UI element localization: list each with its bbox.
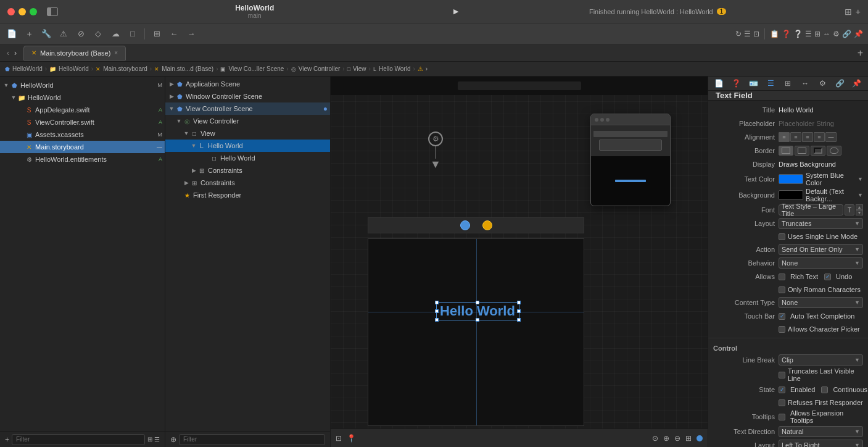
border-none-btn[interactable]	[779, 146, 793, 156]
behavior-select[interactable]: None ▼	[779, 257, 863, 269]
comment-icon[interactable]: ☁	[109, 27, 122, 41]
align-justified-button[interactable]: ≡	[814, 132, 825, 142]
breadcrumb-helloworld-1[interactable]: ⬟ HelloWorld	[5, 65, 43, 72]
vc-canvas[interactable]: Hello World	[368, 238, 584, 426]
fix-icon[interactable]: 🔧	[39, 27, 53, 41]
quick-help-icon[interactable]: ❓	[730, 77, 743, 90]
window-controller-scene-item[interactable]: ▶ ⬟ Window Controller Scene	[165, 90, 330, 102]
zoom-in-icon[interactable]: ⊕	[663, 434, 669, 443]
hello-world-textfield[interactable]: Hello World	[436, 302, 519, 320]
layout2-select[interactable]: Left To Right ▼	[779, 440, 863, 447]
bindings-inspector-icon[interactable]: ⚙	[816, 77, 829, 90]
list-icon[interactable]: ☰	[744, 30, 751, 38]
breadcrumb-hello-world[interactable]: L Hello World	[373, 65, 411, 72]
zoom-out-icon[interactable]: ⊖	[674, 434, 680, 443]
close-tab-button[interactable]: ×	[114, 49, 118, 56]
add-tab-icon[interactable]: +	[856, 7, 861, 17]
char-picker-checkbox[interactable]	[779, 326, 785, 333]
size-inspector-icon[interactable]: ⊞	[781, 77, 795, 90]
scene-toggle-icon[interactable]: ⊡	[336, 434, 342, 443]
view-item[interactable]: ▼ □ View	[165, 127, 330, 140]
resize-handle-tl[interactable]	[435, 301, 439, 304]
close-button[interactable]	[7, 8, 15, 15]
layout-select[interactable]: Truncates ▼	[779, 218, 863, 229]
single-line-checkbox[interactable]	[779, 233, 785, 240]
identity-inspector-icon[interactable]: 🪪	[747, 77, 761, 90]
inspector-4-icon[interactable]: ☰	[805, 30, 812, 38]
font-size-stepper[interactable]: ▲ ▼	[856, 204, 863, 215]
auto-layout-icon[interactable]: 📌	[850, 77, 864, 90]
border-round-btn[interactable]	[827, 146, 841, 156]
text-color-dropdown[interactable]: ▼	[858, 176, 863, 182]
pin-icon[interactable]: 📍	[347, 434, 356, 443]
zoom-fit-icon[interactable]: ⊙	[652, 434, 658, 443]
forward-icon[interactable]: →	[184, 27, 198, 41]
rich-text-checkbox[interactable]	[779, 274, 785, 280]
inspector-3-icon[interactable]: ❔	[793, 30, 803, 38]
align-right-button[interactable]: ≡	[802, 132, 813, 142]
refuses-first-checkbox[interactable]	[779, 399, 785, 406]
breadcrumb-helloworld-2[interactable]: 📁 HelloWorld	[49, 65, 89, 72]
expansion-tooltips-checkbox[interactable]	[779, 414, 785, 420]
align-left-button[interactable]: ≡	[779, 132, 790, 142]
text-color-swatch[interactable]	[779, 174, 803, 184]
background-swatch[interactable]	[779, 190, 803, 200]
warning-icon[interactable]: ⚠	[57, 27, 70, 41]
scene-icon[interactable]: □	[126, 27, 139, 41]
minimize-button[interactable]	[19, 8, 26, 15]
constraints-icon[interactable]: ⊞	[685, 434, 692, 443]
file-filter-input[interactable]	[12, 434, 145, 445]
scene-filter-input[interactable]	[179, 434, 325, 445]
attributes-inspector-icon[interactable]: ☰	[764, 77, 778, 90]
inspector-1-icon[interactable]: 📋	[770, 30, 779, 38]
inspector-5-icon[interactable]: ⊞	[814, 30, 820, 38]
line-break-select[interactable]: Clip ▼	[779, 354, 863, 366]
inspector-2-icon[interactable]: ❓	[782, 30, 791, 38]
border-bezel-btn[interactable]	[811, 146, 825, 156]
view-effects-icon[interactable]: 🔗	[833, 77, 846, 90]
filter-icon[interactable]: ☰	[154, 436, 160, 443]
continuous-checkbox[interactable]	[821, 386, 828, 393]
resize-handle-mr[interactable]	[517, 309, 521, 313]
text-direction-select[interactable]: Natural ▼	[779, 426, 863, 437]
run-button[interactable]: ▶	[448, 4, 463, 19]
truncates-last-checkbox[interactable]	[779, 372, 785, 378]
maximize-button[interactable]	[30, 8, 37, 15]
add-icon[interactable]: ＋	[22, 27, 36, 41]
inspector-8-icon[interactable]: 🔗	[842, 30, 851, 38]
resize-handle-tr[interactable]	[517, 301, 521, 304]
breadcrumb-main-storyboard[interactable]: ✕ Main.storyboard	[96, 65, 147, 72]
assets-item[interactable]: ▣ Assets.xcassets M	[0, 128, 165, 141]
project-root-item[interactable]: ▼ ⬟ HelloWorld M	[0, 79, 165, 91]
back-nav-arrow[interactable]: ‹	[5, 49, 11, 57]
clear-icon[interactable]: ⊘	[74, 27, 88, 41]
font-size-down[interactable]: ▼	[856, 210, 863, 215]
vc-scene-item[interactable]: ▼ ⬟ View Controller Scene ●	[165, 102, 330, 115]
resize-handle-ml[interactable]	[435, 309, 439, 313]
add-file-button[interactable]: +	[5, 435, 9, 444]
breadcrumb-vc[interactable]: ◎ View Controller	[291, 65, 341, 72]
font-select-button[interactable]: Text Style – Large Title	[779, 204, 843, 215]
content-type-select[interactable]: None ▼	[779, 297, 863, 308]
shapes-icon[interactable]: ◇	[91, 27, 105, 41]
breadcrumb-view[interactable]: □ View	[347, 65, 366, 72]
new-file-icon[interactable]: 📄	[5, 27, 19, 41]
hello-world-item[interactable]: ▼ L Hello World	[165, 140, 330, 152]
file-inspector-icon[interactable]: 📄	[713, 77, 726, 90]
forward-nav-arrow[interactable]: ›	[12, 49, 19, 57]
border-line-btn[interactable]	[795, 146, 809, 156]
tab-main-storyboard[interactable]: ✕ Main.storyboard (Base) ×	[23, 46, 126, 61]
split-view-icon[interactable]: ⊞	[845, 7, 852, 17]
resize-handle-bl[interactable]	[435, 318, 439, 322]
enabled-checkbox[interactable]	[779, 386, 785, 393]
resize-handle-bm[interactable]	[476, 318, 479, 322]
entitlements-item[interactable]: ⚙ HelloWorld.entitlements A	[0, 153, 165, 165]
appdelegate-item[interactable]: S AppDelegate.swift A	[0, 104, 165, 116]
align-natural-button[interactable]: —	[825, 132, 837, 142]
breadcrumb-base[interactable]: ✕ Main.sto...d (Base)	[154, 65, 213, 72]
background-dropdown[interactable]: ▼	[858, 192, 863, 198]
inspector-6-icon[interactable]: ↔	[823, 30, 830, 38]
auto-text-checkbox[interactable]	[779, 313, 785, 320]
expand-icon[interactable]: ⊡	[753, 30, 759, 38]
add-tab-button[interactable]: +	[858, 48, 863, 59]
